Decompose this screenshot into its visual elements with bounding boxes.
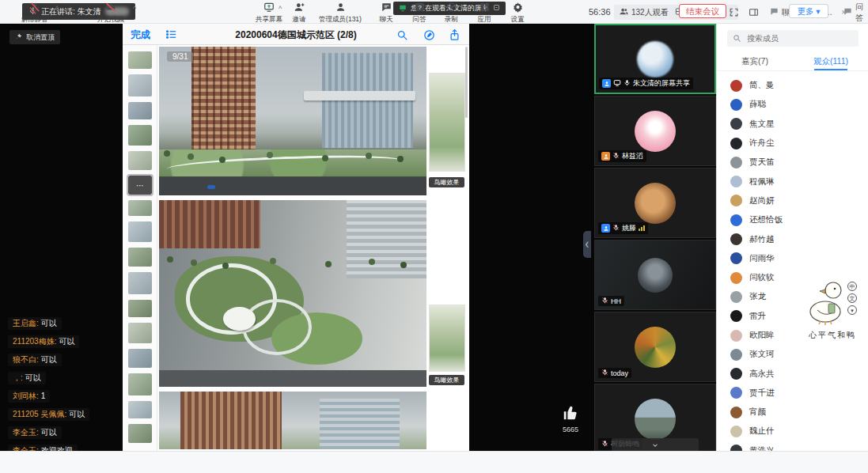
record-options-caret[interactable]: ^ (461, 5, 464, 13)
member-row[interactable]: 许舟尘 (730, 134, 868, 153)
screen-share-icon (613, 79, 621, 89)
end-meeting-button[interactable]: 结束会议 (679, 4, 726, 18)
member-row[interactable]: 闫雨华 (730, 249, 868, 268)
reaction-count: 5665 (556, 426, 585, 433)
bottom-toolbar (0, 451, 868, 473)
member-row[interactable]: 程佩琳 (730, 172, 868, 191)
unmute-button[interactable]: 解除静音 (17, 2, 52, 25)
meeting-timer: 56:36 (589, 7, 611, 17)
video-tile[interactable]: today (594, 312, 716, 382)
settings-button[interactable]: 设置 (500, 2, 535, 25)
rendering-aerial-tower (159, 47, 426, 195)
more-button[interactable]: 更多 ▾ (789, 4, 828, 18)
render-caption: 鸟瞰效果 (429, 375, 464, 385)
video-tile[interactable]: 林益滔 (594, 96, 716, 166)
avatar (730, 138, 742, 149)
road-band (159, 370, 426, 387)
video-tile[interactable]: 姚滕 (594, 168, 716, 238)
mic-options-caret[interactable]: ^ (55, 5, 59, 13)
video-tile-active-speaker[interactable]: 朱文清的屏幕共享 (594, 24, 716, 94)
member-row[interactable]: 薛聪 (730, 95, 868, 114)
chat-message: 211205 吴佩佩:可以 (8, 406, 190, 421)
member-row[interactable]: 黄浩兴 (730, 441, 868, 451)
page-thumbnail[interactable] (128, 74, 152, 96)
invite-button[interactable]: 邀请 (282, 2, 316, 25)
avatar (730, 252, 742, 264)
road-band (159, 177, 426, 195)
video-panel-collapse-handle[interactable]: ❮ (583, 231, 591, 258)
avatar (730, 426, 742, 437)
side-panel-toggle-button[interactable] (747, 6, 760, 19)
tab-audience[interactable]: 观众(111) (793, 52, 868, 70)
tile-label: 林益滔 (598, 150, 646, 162)
viewers-icon (620, 7, 628, 17)
avatar (730, 157, 742, 168)
member-row[interactable]: 贾天笛 (730, 153, 868, 172)
bridge-shape (304, 91, 416, 100)
duck-sticker-caption: 心平气和鸭 (800, 330, 865, 341)
page-thumbnail[interactable] (128, 248, 152, 267)
page-thumbnail[interactable] (128, 272, 152, 294)
page-thumbnail[interactable] (128, 151, 152, 170)
member-row[interactable]: 简、曼 (730, 76, 868, 95)
video-options-caret[interactable]: ^ (133, 5, 136, 13)
thumbs-up-reaction[interactable]: 5665 (556, 404, 585, 433)
member-row[interactable]: 张文珂 (730, 345, 868, 364)
avatar (730, 214, 742, 226)
document-scrollbar[interactable] (465, 47, 468, 118)
share-icon[interactable] (447, 28, 461, 42)
member-row[interactable]: 郝竹越 (730, 229, 868, 248)
annotate-icon[interactable] (422, 28, 436, 42)
qa-button[interactable]: ? 问答 (402, 2, 437, 25)
tab-qa[interactable]: 问答 (843, 5, 868, 20)
section-diagram-strip (429, 73, 465, 172)
search-icon[interactable] (395, 28, 409, 42)
member-list: 简、曼 薛聪 焦文星 许舟尘 贾天笛 程佩琳 赵尚妍 还想恰饭 郝竹越 闫雨华 … (717, 73, 868, 451)
page-thumbnail-selected[interactable]: ⋯ (128, 176, 152, 195)
apps-button[interactable]: 应用 (467, 2, 502, 25)
member-search-input[interactable] (745, 33, 840, 44)
page-thumbnail[interactable] (128, 200, 152, 216)
avatar (635, 183, 676, 224)
cohost-badge-icon (601, 152, 610, 161)
car-shape (207, 185, 215, 189)
manage-members-button[interactable]: 管理成员(131) (315, 2, 366, 25)
chat-overlay: 王启鑫:可以 211203梅姝:可以 狼不白:可以 ，:可以 刘同林:1 211… (8, 315, 190, 473)
chat-message: 刘同林:1 (8, 388, 190, 403)
video-tile[interactable]: 树荫蝉鸣 (594, 384, 716, 451)
video-tile[interactable]: HH (594, 240, 716, 310)
start-video-button[interactable]: 开启视频 (93, 2, 128, 25)
duck-illustration: 中 文 ▾ (802, 277, 863, 326)
avatar (730, 310, 742, 322)
chat-button[interactable]: 聊天 (369, 2, 404, 25)
member-row[interactable]: 赵尚妍 (730, 191, 868, 210)
page-indicator: 9/31 (167, 51, 193, 62)
scroll-tiles-down-button[interactable] (612, 438, 699, 451)
document-page-area[interactable]: 9/31 鸟瞰效果 鸟瞰效果 (157, 45, 469, 451)
member-row[interactable]: 贾千进 (730, 384, 868, 403)
svg-text:文: 文 (850, 295, 855, 301)
tab-guests[interactable]: 嘉宾(7) (717, 52, 793, 70)
mic-muted-icon (612, 224, 620, 233)
fullscreen-button[interactable] (727, 6, 741, 19)
page-thumbnail[interactable] (128, 102, 152, 119)
viewers-count-chip[interactable]: 132人观看 (614, 5, 674, 20)
member-search[interactable] (727, 30, 859, 47)
avatar (730, 80, 742, 92)
avatar (730, 407, 742, 418)
gray-building-shape (320, 399, 400, 449)
member-row[interactable]: 宵颜 (730, 403, 868, 422)
tree-dots (167, 256, 173, 263)
member-row[interactable]: 焦文星 (730, 115, 868, 134)
page-thumbnail[interactable] (128, 221, 152, 242)
member-row[interactable]: 高永共 (730, 364, 868, 383)
avatar (730, 233, 742, 245)
page-thumbnail[interactable] (128, 51, 152, 69)
member-row[interactable]: 魏止什 (730, 422, 868, 441)
page-thumbnail[interactable] (128, 125, 152, 146)
duck-sticker: 中 文 ▾ 心平气和鸭 (800, 277, 865, 341)
member-row[interactable]: 还想恰饭 (730, 210, 868, 229)
thumbnail-more-icon: ⋯ (136, 181, 144, 190)
chat-message: 211203梅姝:可以 (8, 333, 190, 348)
unpin-button[interactable]: 取消置顶 (9, 30, 60, 44)
